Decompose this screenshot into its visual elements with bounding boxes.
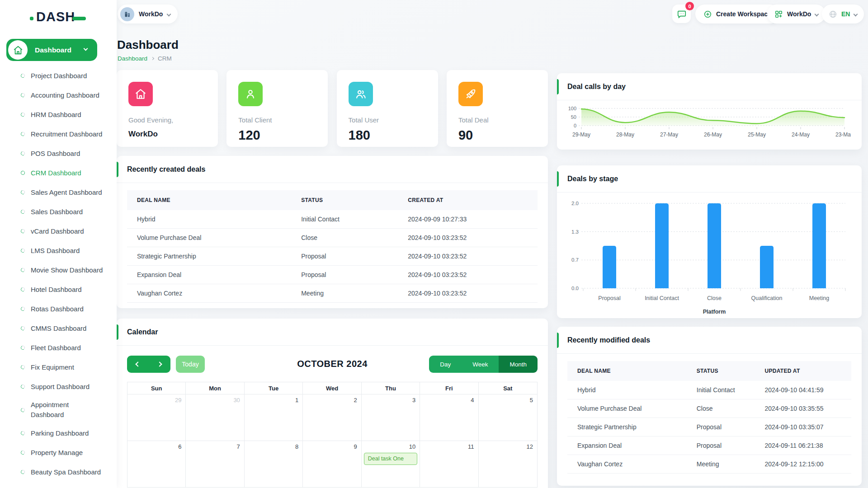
stat-label: Total Deal: [458, 116, 536, 124]
sidebar-item-movie-show-dashboard[interactable]: Movie Show Dashboard: [0, 260, 117, 280]
calendar-view-week[interactable]: Week: [462, 356, 499, 373]
chevron-down-icon: [167, 12, 171, 16]
sidebar-item-crm-dashboard[interactable]: CRM Dashboard: [0, 163, 117, 183]
day-number: 7: [237, 443, 240, 450]
logo-dash-icon: [72, 17, 86, 20]
sidebar-item-fix-equipment[interactable]: Fix Equipment: [0, 357, 117, 377]
circle-icon: [20, 229, 25, 234]
table-row: Expansion DealProposal2024-09-10 03:23:5…: [127, 266, 538, 284]
sidebar-item-beauty-spa-dashboard[interactable]: Beauty Spa Dashboard: [0, 462, 117, 482]
sidebar-item-vcard-dashboard[interactable]: vCard Dashboard: [0, 221, 117, 241]
sidebar-item-label: CMMS Dashboard: [31, 324, 86, 332]
calendar-day-10[interactable]: 10Deal task One: [362, 441, 420, 488]
day-number: 5: [530, 397, 533, 404]
sidebar-item-label: Movie Show Dashboard: [31, 266, 103, 274]
svg-text:23-May: 23-May: [835, 131, 851, 138]
workspace-switcher[interactable]: WorkDo: [767, 5, 826, 23]
svg-text:27-May: 27-May: [660, 131, 678, 138]
sidebar-item-project-dashboard[interactable]: Project Dashboard: [0, 66, 117, 85]
breadcrumb-dashboard-link[interactable]: Dashboard: [118, 55, 147, 62]
calendar-day-6[interactable]: 6: [127, 441, 186, 488]
card-accent: [557, 333, 559, 348]
circle-icon: [20, 131, 25, 136]
table-header-row: DEAL NAMESTATUSUPDATED AT: [567, 361, 851, 381]
table-cell: Meeting: [687, 455, 755, 474]
calendar-event[interactable]: Deal task One: [364, 453, 417, 465]
sidebar-item-pos-dashboard[interactable]: POS Dashboard: [0, 144, 117, 163]
create-workspace-label: Create Workspace: [716, 10, 771, 18]
sidebar-item-label: LMS Dashboard: [31, 247, 80, 254]
sidebar-item-label: CRM Dashboard: [31, 169, 81, 177]
sidebar-item-hrm-dashboard[interactable]: HRM Dashboard: [0, 105, 117, 124]
svg-text:0.0: 0.0: [571, 286, 579, 291]
sidebar-item-fleet-dashboard[interactable]: Fleet Dashboard: [0, 338, 117, 357]
sidebar-item-property-manage[interactable]: Property Manage: [0, 443, 117, 462]
calendar-day-8[interactable]: 8: [245, 441, 303, 488]
sidebar-item-support-dashboard[interactable]: Support Dashboard: [0, 377, 117, 396]
svg-text:1.3: 1.3: [571, 229, 579, 235]
sidebar-item-recruitment-dashboard[interactable]: Recruitment Dashboard: [0, 124, 117, 144]
circle-icon: [20, 306, 25, 311]
sidebar-item-sales-agent-dashboard[interactable]: Sales Agent Dashboard: [0, 183, 117, 202]
svg-text:29-May: 29-May: [572, 131, 590, 138]
table-cell: 2024-09-10 03:23:52: [398, 229, 538, 247]
sidebar-item-label: Sales Dashboard: [31, 208, 83, 216]
table-cell: Expansion Deal: [567, 436, 687, 455]
table-cell: Vaughan Cortez: [127, 284, 291, 303]
calendar-day-11[interactable]: 11: [420, 441, 478, 488]
home-icon: [128, 82, 153, 106]
sidebar-dashboard-toggle[interactable]: Dashboard: [6, 39, 97, 61]
sidebar-item-label: Beauty Spa Dashboard: [31, 468, 101, 476]
calendar-day-29[interactable]: 29: [127, 394, 186, 441]
calendar-view-day[interactable]: Day: [429, 356, 462, 373]
column-header-created-at: CREATED AT: [398, 190, 538, 210]
calendar-day-9[interactable]: 9: [303, 441, 361, 488]
messages-button[interactable]: 0: [672, 5, 691, 23]
sidebar-item-accounting-dashboard[interactable]: Accounting Dashboard: [0, 85, 117, 105]
app-logo[interactable]: DASH: [30, 9, 117, 24]
svg-text:Initial Contact: Initial Contact: [645, 295, 679, 301]
sidebar-item-facilities-dashboard[interactable]: Facilities Dashboard: [0, 482, 117, 488]
plus-circle-icon: [703, 10, 712, 19]
sidebar-item-cmms-dashboard[interactable]: CMMS Dashboard: [0, 319, 117, 338]
sidebar-item-appointment-dashboard[interactable]: Appointment Dashboard: [0, 396, 117, 423]
sidebar-item-lms-dashboard[interactable]: LMS Dashboard: [0, 241, 117, 260]
stat-value: 90: [458, 128, 536, 143]
table-cell: 2024-09-10 03:23:52: [398, 247, 538, 266]
stat-card-total-deal: Total Deal90: [447, 70, 548, 147]
calendar-day-1[interactable]: 1: [245, 394, 303, 441]
sidebar-item-rotas-dashboard[interactable]: Rotas Dashboard: [0, 299, 117, 319]
calendar-view-month[interactable]: Month: [499, 356, 538, 373]
sidebar-item-hotel-dashboard[interactable]: Hotel Dashboard: [0, 280, 117, 299]
calendar-day-30[interactable]: 30: [186, 394, 244, 441]
day-number: 29: [175, 397, 181, 404]
day-header-mon: Mon: [186, 382, 244, 394]
circle-icon: [20, 248, 25, 253]
calendar-day-4[interactable]: 4: [420, 394, 478, 441]
calendar-day-7[interactable]: 7: [186, 441, 244, 488]
stat-label: Total Client: [238, 116, 316, 124]
sidebar-item-label: Support Dashboard: [31, 383, 90, 390]
circle-icon: [20, 407, 25, 412]
svg-text:26-May: 26-May: [704, 131, 722, 138]
table-row: HybridInitial Contact2024-09-09 10:27:33: [127, 210, 538, 229]
day-header-tue: Tue: [245, 382, 303, 394]
table-cell: Proposal: [291, 266, 398, 284]
circle-icon: [20, 450, 25, 455]
language-selector[interactable]: EN: [822, 5, 864, 23]
day-header-wed: Wed: [303, 382, 361, 394]
sidebar-item-sales-dashboard[interactable]: Sales Dashboard: [0, 202, 117, 221]
svg-text:Qualification: Qualification: [751, 295, 783, 301]
table-row: Strategic PartnershipProposal2024-09-10 …: [567, 418, 851, 436]
calendar-day-12[interactable]: 12: [479, 441, 537, 488]
circle-icon: [20, 267, 25, 272]
calendar-view-switcher: DayWeekMonth: [429, 356, 538, 373]
calendar-day-2[interactable]: 2: [303, 394, 361, 441]
sidebar-item-parking-dashboard[interactable]: Parking Dashboard: [0, 423, 117, 443]
calendar-day-5[interactable]: 5: [479, 394, 537, 441]
calendar-day-3[interactable]: 3: [362, 394, 420, 441]
sidebar-item-label: Property Manage: [31, 449, 83, 456]
sidebar-item-label: Hotel Dashboard: [31, 286, 82, 293]
stat-card-good-evening: Good Evening,WorkDo: [117, 70, 218, 147]
workspace-pill[interactable]: WorkDo: [118, 5, 178, 23]
